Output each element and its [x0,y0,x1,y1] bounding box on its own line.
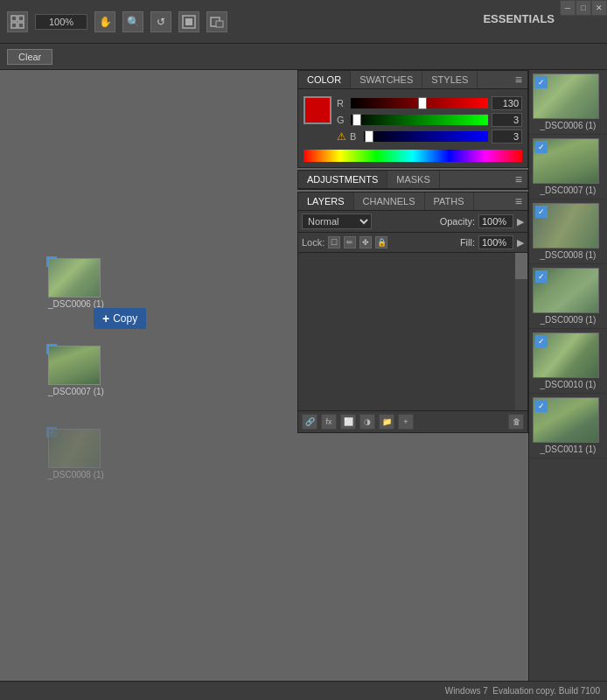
strip-check-dsc0008: ✓ [535,206,548,218]
adjustments-panel-tabs: ADJUSTMENTS MASKS ≡ [298,171,527,189]
strip-item-dsc0009[interactable]: ✓ _DSC0009 (1) [529,264,607,329]
clear-button[interactable]: Clear [7,49,52,65]
rotate-icon[interactable]: ↺ [150,11,171,32]
fill-arrow[interactable]: ▶ [517,237,524,248]
blue-slider-thumb[interactable] [365,130,373,143]
current-color-swatch[interactable] [304,96,331,124]
blue-slider-container[interactable] [364,131,488,142]
red-slider-track [351,98,488,108]
canvas-thumb-dsc0007[interactable]: ✓ _DSC0007 (1) [48,346,104,396]
options-bar: Clear [0,44,607,70]
strip-thumb-dsc0009: ✓ [533,268,599,313]
layers-content [298,253,527,410]
tab-masks[interactable]: MASKS [387,171,440,188]
red-slider-container[interactable] [351,98,488,108]
blue-value-input[interactable] [492,130,522,144]
copy-tooltip: + Copy [94,308,146,329]
blend-mode-select[interactable]: Normal Multiply Screen Overlay [302,214,372,229]
color-panel-body: R G [298,89,527,167]
status-bar: Windows 7 Evaluation copy. Build 7100 [0,681,607,700]
tab-paths[interactable]: PATHS [425,192,474,210]
add-style-icon[interactable]: fx [321,414,337,430]
thumb-label-dsc0007: _DSC0007 (1) [48,387,104,396]
tab-swatches[interactable]: SWATCHES [351,71,422,88]
add-mask-icon[interactable]: ⬜ [340,414,356,430]
canvas-thumb-dsc0008[interactable]: ✓ _DSC0008 (1) [48,429,104,480]
left-canvas: ✓ _DSC0006 (1) ✓ _DSC0007 (1) ✓ _DSC0008… [0,70,297,700]
strip-item-dsc0011[interactable]: ✓ _DSC0011 (1) [529,394,607,458]
lock-move-icon[interactable]: ✤ [359,236,372,248]
svg-rect-7 [216,21,223,27]
maximize-button[interactable]: □ [576,0,591,16]
fill-input[interactable] [478,235,513,249]
opacity-arrow[interactable]: ▶ [517,216,524,228]
strip-thumb-dsc0010: ✓ [533,332,599,378]
tab-adjustments[interactable]: ADJUSTMENTS [298,171,387,188]
canvas-thumb-dsc0006[interactable]: ✓ _DSC0006 (1) [48,258,104,309]
green-slider-container[interactable] [351,115,488,125]
svg-rect-0 [11,16,17,21]
svg-rect-1 [18,16,24,21]
red-label: R [337,98,347,108]
strip-item-dsc0010[interactable]: ✓ _DSC0010 (1) [529,329,607,394]
layers-tab-bar: LAYERS CHANNELS PATHS ≡ [298,192,527,211]
strip-check-dsc0011: ✓ [535,400,548,412]
lock-all-icon[interactable]: 🔒 [375,236,387,248]
hand-icon[interactable]: ✋ [94,11,115,32]
lock-transparency-icon[interactable]: ☐ [328,236,340,248]
warning-icon: ⚠ [337,130,346,143]
copy-label: Copy [113,312,137,325]
new-group-icon[interactable]: 📁 [379,414,394,430]
adjustments-panel-collapse[interactable]: ≡ [510,171,527,188]
tab-color[interactable]: COLOR [298,71,351,88]
right-panels: COLOR SWATCHES STYLES ≡ R [297,70,528,700]
os-label: Windows 7 [445,686,488,696]
strip-item-dsc0008[interactable]: ✓ _DSC0008 (1) [529,200,607,264]
color-panel-collapse[interactable]: ≡ [510,71,527,88]
strip-label-dsc0006: _DSC0006 (1) [533,121,604,130]
strip-item-dsc0007[interactable]: ✓ _DSC0007 (1) [529,135,607,200]
layers-scrollbar[interactable] [515,253,527,410]
layers-panel-collapse[interactable]: ≡ [510,192,527,210]
build-label: Evaluation copy. Build 7100 [492,686,600,696]
red-value-input[interactable] [492,96,522,110]
image-size-icon[interactable] [206,11,227,32]
new-layer-icon[interactable]: + [398,414,414,430]
color-panel-tabs: COLOR SWATCHES STYLES ≡ [298,71,527,89]
minimize-button[interactable]: ─ [560,0,576,16]
strip-label-dsc0007: _DSC0007 (1) [533,186,604,195]
blue-slider-track [364,131,488,142]
delete-layer-icon[interactable]: 🗑 [508,414,524,430]
thumb-image-dsc0008 [48,429,101,468]
opacity-input[interactable] [478,214,513,228]
layers-panel: LAYERS CHANNELS PATHS ≡ Normal Multiply … [297,192,528,433]
tab-styles[interactable]: STYLES [422,71,478,88]
color-spectrum[interactable] [304,150,522,162]
strip-item-dsc0006[interactable]: ✓ _DSC0006 (1) [529,70,607,135]
zoom-display[interactable]: 100% [35,14,87,30]
tab-channels[interactable]: CHANNELS [354,192,425,210]
link-layers-icon[interactable]: 🔗 [302,414,317,430]
adjustment-layer-icon[interactable]: ◑ [359,414,375,430]
green-value-input[interactable] [492,113,522,127]
layers-footer: 🔗 fx ⬜ ◑ 📁 + 🗑 [298,410,527,432]
svg-rect-2 [11,23,17,28]
opacity-label: Opacity: [440,216,475,227]
lock-pixels-icon[interactable]: ✏ [344,236,356,248]
green-slider-thumb[interactable] [352,114,361,126]
close-button[interactable]: ✕ [591,0,607,16]
view-icon[interactable] [178,11,199,32]
fill-label: Fill: [460,237,475,248]
svg-rect-3 [18,23,24,28]
red-slider-thumb[interactable] [418,97,427,109]
grid-icon[interactable] [7,11,28,32]
red-slider-row: R [337,96,522,110]
tab-layers[interactable]: LAYERS [298,192,354,210]
swatch-row: R G [304,96,522,146]
zoom-icon[interactable]: 🔍 [122,11,143,32]
green-slider-track [351,115,488,125]
strip-label-dsc0009: _DSC0009 (1) [533,315,604,325]
strip-check-dsc0010: ✓ [535,335,548,347]
scrollbar-thumb[interactable] [515,253,527,279]
copy-plus-icon: + [102,312,109,326]
